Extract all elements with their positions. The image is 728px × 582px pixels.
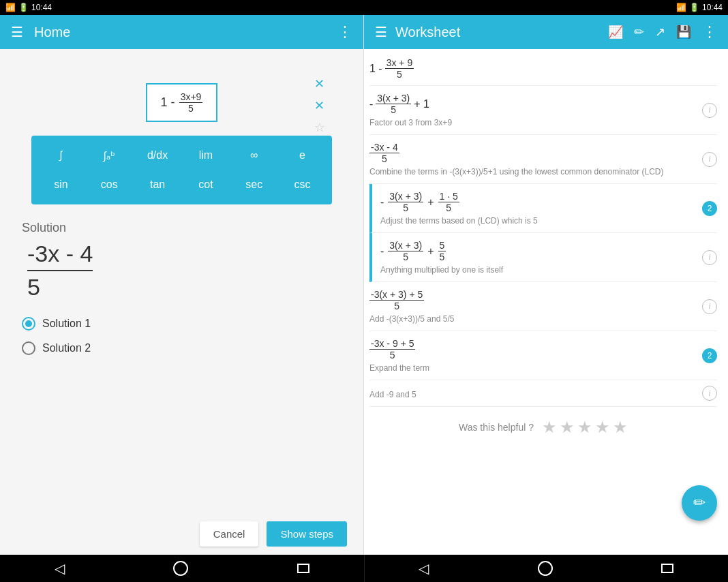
step6-desc: Expand the term	[369, 363, 697, 373]
share-icon[interactable]: ↗	[655, 25, 665, 40]
right-back-button[interactable]: ◁	[419, 560, 429, 577]
step6-badge: 2	[702, 348, 717, 363]
radio-1[interactable]	[22, 317, 35, 331]
battery-icon-left: 🔋	[18, 3, 29, 12]
star-3[interactable]: ★	[577, 418, 592, 437]
right-more-icon[interactable]: ⋮	[702, 23, 717, 41]
header-frac: 3x + 9 5	[385, 57, 414, 80]
step1-frac: 3(x + 3) 5	[376, 93, 411, 115]
step4-info[interactable]: i	[702, 250, 717, 265]
calc-key-e[interactable]: e	[284, 144, 321, 168]
left-app-title: Home	[34, 25, 327, 40]
ws-step-7: Add -9 and 5 i	[369, 380, 717, 407]
step4-frac1: 3(x + 3) 5	[388, 240, 423, 262]
star-2[interactable]: ★	[560, 418, 575, 437]
solution-denominator: 5	[27, 271, 40, 301]
expression-display: 1 - 3x+9 5	[146, 83, 218, 122]
calc-key-infinity[interactable]: ∞	[235, 144, 273, 168]
step7-info[interactable]: i	[702, 386, 717, 401]
rating-text: Was this helpful ?	[459, 422, 534, 433]
ws-step-5: -3(x + 3) + 5 5 Add -(3(x+3))/5 and 5/5 …	[369, 282, 717, 331]
step2-frac: -3x - 4 5	[369, 142, 399, 164]
left-recents-button[interactable]	[297, 564, 309, 573]
step2-desc: Combine the terms in -(3(x+3))/5+1 using…	[369, 167, 697, 177]
solution-1-label: Solution 1	[42, 318, 91, 330]
radio-2[interactable]	[22, 341, 35, 355]
fab-button[interactable]: ✏	[682, 485, 717, 521]
calc-key-derivative[interactable]: d/dx	[139, 144, 177, 168]
calc-key-cot[interactable]: cot	[187, 173, 224, 196]
step1-desc: Factor out 3 from 3x+9	[369, 118, 697, 127]
solution-options: Solution 1 Solution 2	[11, 306, 352, 366]
wifi-icon-left: 📶	[5, 3, 16, 12]
star-icon[interactable]: ☆	[314, 120, 325, 135]
solution-numerator: -3x - 4	[27, 241, 93, 271]
ws-step-2: -3x - 4 5 Combine the terms in -(3(x+3))…	[369, 135, 717, 184]
calc-key-sin[interactable]: sin	[42, 173, 80, 196]
close-icon-1[interactable]: ✕	[314, 76, 325, 91]
left-app-bar: ☰ Home ⋮	[0, 15, 363, 49]
solution-label: Solution	[22, 221, 342, 235]
calc-key-sec[interactable]: sec	[235, 173, 273, 196]
step4-frac2: 5 5	[438, 240, 446, 262]
step3-frac2: 1 · 5 5	[438, 191, 459, 213]
star-5[interactable]: ★	[613, 418, 628, 437]
calc-key-csc[interactable]: csc	[284, 173, 321, 196]
left-more-icon[interactable]: ⋮	[337, 23, 352, 41]
right-app-title: Worksheet	[395, 25, 600, 40]
solution-option-2[interactable]: Solution 2	[22, 336, 342, 361]
step7-desc: Add -9 and 5	[369, 390, 697, 399]
calc-key-cos[interactable]: cos	[91, 173, 128, 196]
calc-key-limit[interactable]: lim	[187, 144, 224, 168]
time-right: 10:44	[702, 3, 723, 12]
show-steps-button[interactable]: Show steps	[267, 521, 347, 547]
wifi-icon-right: 📶	[676, 3, 686, 12]
step5-info[interactable]: i	[702, 299, 717, 314]
solution-2-label: Solution 2	[42, 342, 91, 354]
calc-key-tan[interactable]: tan	[139, 173, 177, 196]
stars[interactable]: ★ ★ ★ ★ ★	[542, 418, 628, 437]
calc-key-definite-integral[interactable]: ∫ₐᵇ	[91, 144, 128, 168]
calc-key-integral[interactable]: ∫	[42, 144, 80, 168]
edit-icon[interactable]: ✏	[634, 25, 644, 40]
save-icon[interactable]: 💾	[676, 25, 691, 40]
fab-icon: ✏	[693, 494, 706, 512]
ws-step-4: - 3(x + 3) 5 + 5 5 Anything multiplied b…	[369, 233, 717, 282]
time-left: 10:44	[31, 3, 52, 12]
right-app-bar: ☰ Worksheet 📈 ✏ ↗ 💾 ⋮	[364, 15, 728, 49]
left-menu-icon[interactable]: ☰	[11, 24, 23, 40]
close-icon-2[interactable]: ✕	[314, 98, 325, 113]
right-recents-button[interactable]	[661, 564, 673, 573]
right-home-button[interactable]	[538, 561, 553, 576]
ws-header: 1 - 3x + 9 5	[369, 49, 717, 86]
solution-expression: -3x - 4 5	[27, 241, 342, 301]
expression-fraction: 3x+9 5	[179, 91, 203, 114]
step3-badge: 2	[702, 201, 717, 216]
right-menu-icon[interactable]: ☰	[375, 24, 387, 40]
rating-section: Was this helpful ? ★ ★ ★ ★ ★	[369, 407, 717, 448]
right-nav-bar: ◁	[365, 555, 729, 582]
step3-desc: Adjust the terms based on (LCD) which is…	[380, 216, 697, 226]
step5-frac: -3(x + 3) + 5 5	[369, 289, 424, 311]
left-back-button[interactable]: ◁	[55, 560, 65, 577]
step5-desc: Add -(3(x+3))/5 and 5/5	[369, 314, 697, 324]
left-nav-bar: ◁	[0, 555, 365, 582]
calculator-keyboard: ∫ ∫ₐᵇ d/dx lim ∞ e sin cos tan cot sec c…	[31, 136, 332, 204]
star-4[interactable]: ★	[595, 418, 610, 437]
step2-info[interactable]: i	[702, 152, 717, 167]
battery-icon-right: 🔋	[689, 3, 699, 12]
ws-step-1: - 3(x + 3) 5 + 1 Factor out 3 from 3x+9 …	[369, 86, 717, 135]
cancel-button[interactable]: Cancel	[200, 521, 259, 547]
star-1[interactable]: ★	[542, 418, 557, 437]
worksheet-content: 1 - 3x + 9 5 - 3(x + 3) 5 + 1 Factor out…	[364, 49, 728, 555]
step6-frac: -3x - 9 + 5 5	[369, 338, 415, 361]
ws-step-6: -3x - 9 + 5 5 Expand the term 2	[369, 331, 717, 380]
solution-option-1[interactable]: Solution 1	[22, 311, 342, 336]
solution-section: Solution -3x - 4 5	[11, 215, 352, 306]
ws-step-3: - 3(x + 3) 5 + 1 · 5 5 Adjust the terms …	[369, 184, 717, 233]
action-buttons: Cancel Show steps	[0, 513, 363, 555]
step3-frac1: 3(x + 3) 5	[388, 191, 423, 213]
chart-icon[interactable]: 📈	[608, 25, 623, 40]
step1-info[interactable]: i	[702, 103, 717, 118]
left-home-button[interactable]	[173, 561, 188, 576]
